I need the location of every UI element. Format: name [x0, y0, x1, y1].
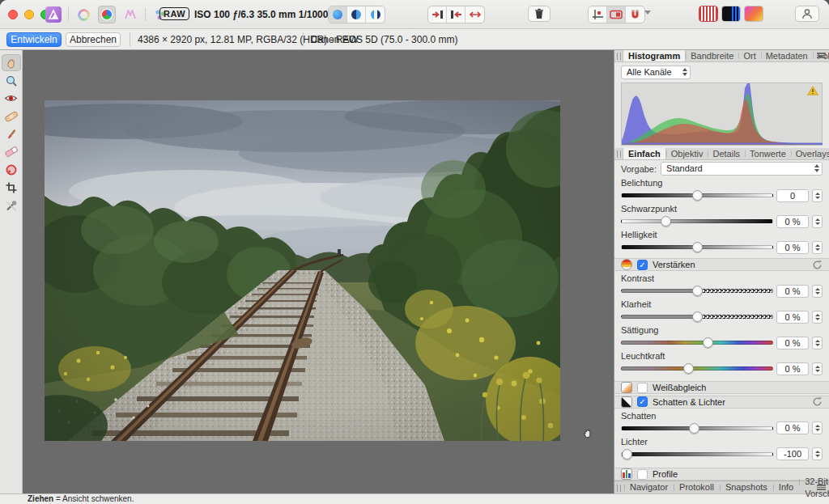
minimize-button[interactable]	[24, 10, 34, 19]
section-weissabgleich[interactable]: Weißabgleich	[614, 381, 829, 394]
view-split-button[interactable]	[347, 6, 366, 23]
clip-highlights-button[interactable]	[699, 6, 718, 22]
tab-details[interactable]: Details	[708, 148, 745, 159]
separator	[130, 32, 130, 46]
lichter-slider[interactable]	[621, 452, 773, 456]
close-button[interactable]	[8, 10, 18, 19]
white-balance-picker-icon[interactable]	[2, 197, 21, 214]
saettigung-slider[interactable]	[621, 341, 773, 345]
kontrast-slider[interactable]	[621, 289, 773, 293]
section-schatten-lichter[interactable]: Schatten & Lichter	[614, 396, 829, 409]
photo-canvas[interactable]	[45, 100, 560, 441]
channel-select[interactable]: Alle Kanäle	[621, 66, 691, 79]
lichter-value[interactable]: -100	[776, 447, 809, 460]
stepper[interactable]	[812, 215, 823, 228]
stepper[interactable]	[812, 447, 823, 460]
slider-saettigung: Sättigung 0 %	[614, 324, 829, 350]
tab-tonwerte[interactable]: Tonwerte	[745, 148, 791, 159]
clip-shadows-button[interactable]	[721, 6, 741, 22]
reset-icon[interactable]	[812, 260, 823, 270]
snap-region-icon[interactable]	[607, 6, 626, 23]
klarheit-value[interactable]: 0 %	[776, 311, 809, 324]
stepper[interactable]	[812, 189, 823, 202]
stepper[interactable]	[812, 421, 823, 434]
account-button[interactable]	[795, 6, 819, 22]
histogram-chart	[621, 83, 823, 146]
helligkeit-value[interactable]: 0 %	[776, 241, 809, 254]
slider-lichter: Lichter -100	[614, 436, 829, 462]
snap-magnet-icon[interactable]	[626, 6, 644, 23]
tab-einfach[interactable]: Einfach	[623, 148, 666, 159]
canvas-area[interactable]	[23, 50, 614, 493]
crop-tool-icon[interactable]	[2, 179, 21, 196]
cancel-button[interactable]: Abbrechen	[66, 32, 121, 47]
stepper[interactable]	[812, 285, 823, 298]
panel-menu-icon[interactable]	[817, 485, 826, 492]
stepper[interactable]	[812, 241, 823, 254]
kontrast-value[interactable]: 0 %	[776, 285, 809, 298]
overlay-erase-tool-icon[interactable]	[2, 143, 21, 160]
apply-both-icon[interactable]	[466, 6, 484, 23]
overlay-paint-tool-icon[interactable]	[2, 125, 21, 142]
profiles-icon	[621, 468, 632, 480]
panel-grip[interactable]	[617, 150, 621, 158]
tab-overlays[interactable]: Overlays	[791, 148, 829, 159]
tab-navigator[interactable]: Navigator	[624, 481, 674, 493]
schatten-slider[interactable]	[621, 426, 773, 430]
view-hand-tool-icon[interactable]	[2, 54, 21, 71]
overlay-gradient-tool-icon[interactable]	[2, 161, 21, 178]
stepper[interactable]	[812, 362, 823, 375]
tab-ort[interactable]: Ort	[738, 50, 760, 61]
weissabgleich-checkbox[interactable]	[637, 383, 648, 393]
develop-button[interactable]: Entwickeln	[6, 32, 62, 47]
stepper[interactable]	[812, 311, 823, 324]
saettigung-value[interactable]: 0 %	[776, 337, 809, 349]
tab-snapshots[interactable]: Snapshots	[720, 481, 773, 493]
stepper[interactable]	[812, 337, 823, 349]
panel-menu-icon[interactable]	[817, 53, 826, 60]
warning-triangle-icon[interactable]	[807, 86, 818, 95]
preset-select[interactable]: Standard	[661, 162, 823, 176]
tab-histogramm[interactable]: Histogramm	[623, 50, 686, 61]
section-verstaerken[interactable]: Verstärken	[614, 258, 829, 271]
tab-info[interactable]: Info	[773, 481, 799, 493]
view-mirror-button[interactable]	[366, 6, 385, 23]
zoom-tool-icon[interactable]	[2, 72, 21, 89]
chevron-down-icon[interactable]	[644, 11, 651, 15]
schatten-value[interactable]: 0 %	[776, 421, 809, 434]
leuchtkraft-slider[interactable]	[621, 366, 773, 371]
slider-helligkeit: Helligkeit 0 %	[614, 229, 829, 255]
view-single-button[interactable]	[329, 6, 347, 23]
verstaerken-checkbox[interactable]	[637, 260, 648, 270]
tonemap-persona-icon[interactable]	[121, 6, 139, 23]
histogram-tabstrip: Histogramm Bandbreite Ort Metadaten Foku…	[614, 50, 829, 62]
section-profile[interactable]: Profile	[614, 468, 829, 481]
tab-metadaten[interactable]: Metadaten	[761, 50, 813, 61]
apply-right-icon[interactable]	[428, 6, 447, 23]
belichtung-value[interactable]: 0	[776, 189, 809, 202]
blemish-removal-tool-icon[interactable]	[2, 108, 21, 125]
panel-grip[interactable]	[617, 485, 621, 492]
develop-tabstrip: Einfach Objektiv Details Tonwerte Overla…	[614, 148, 829, 160]
schwarzpunkt-slider[interactable]	[621, 219, 773, 223]
tab-bandbreite[interactable]: Bandbreite	[686, 50, 738, 61]
develop-persona-icon[interactable]	[98, 6, 116, 23]
reset-icon[interactable]	[812, 396, 823, 407]
snap-assistant-icon[interactable]	[589, 6, 607, 23]
schatten-lichter-checkbox[interactable]	[637, 396, 648, 407]
klarheit-slider[interactable]	[621, 315, 773, 319]
separator	[303, 32, 304, 46]
helligkeit-slider[interactable]	[621, 245, 773, 249]
photo-persona-icon[interactable]	[74, 6, 92, 23]
trash-button[interactable]	[528, 6, 551, 22]
belichtung-slider[interactable]	[621, 193, 773, 197]
clip-tones-button[interactable]	[744, 6, 763, 22]
profile-checkbox[interactable]	[637, 469, 648, 480]
red-eye-tool-icon[interactable]	[2, 90, 21, 107]
schwarzpunkt-value[interactable]: 0 %	[776, 215, 809, 228]
apply-left-icon[interactable]	[447, 6, 466, 23]
leuchtkraft-value[interactable]: 0 %	[776, 362, 809, 375]
tab-objektiv[interactable]: Objektiv	[666, 148, 708, 159]
tab-protokoll[interactable]: Protokoll	[674, 481, 720, 493]
panel-grip[interactable]	[617, 53, 621, 60]
